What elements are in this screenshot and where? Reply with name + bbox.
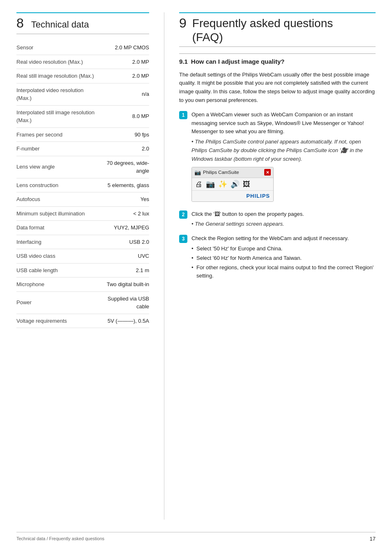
spec-value: 5V (———), 0.5A: [99, 314, 149, 328]
camsuite-tool-icon[interactable]: 🖼: [243, 180, 250, 188]
spec-label: Microphone: [16, 278, 99, 292]
spec-row: MicrophoneTwo digital built-in: [16, 278, 149, 292]
camsuite-dialog: 📷Philips CamSuite✕🖨📷✨🔊🖼PHILIPS: [191, 167, 274, 202]
step-note: • The General settings screen appears.: [191, 220, 376, 229]
footer-page-number: 17: [370, 535, 376, 543]
spec-value: UVC: [99, 249, 149, 264]
subsection-9-1-title: How can I adjust image quality?: [191, 58, 285, 65]
spec-row: Voltage requirements5V (———), 0.5A: [16, 314, 149, 328]
step-note: • The Philips CamSuite control panel app…: [191, 138, 376, 163]
spec-value: 2.0 MP CMOS: [99, 41, 149, 55]
bullet-item: Select '60 Hz' for North America and Tai…: [191, 254, 376, 262]
spec-label: Minimum subject illumination: [16, 206, 99, 221]
spec-label: Lens construction: [16, 178, 99, 192]
camsuite-tool-icon[interactable]: 📷: [206, 180, 215, 188]
spec-row: Interpolated still image resolution (Max…: [16, 105, 149, 127]
camsuite-titlebar: 📷Philips CamSuite✕: [192, 167, 273, 178]
spec-label: Frames per second: [16, 127, 99, 142]
spec-value: 90 fps: [99, 127, 149, 142]
camsuite-close-button[interactable]: ✕: [264, 169, 271, 176]
spec-value: 2.0 MP: [99, 69, 149, 83]
spec-value: 2.0 MP: [99, 55, 149, 69]
spec-value: 2.0: [99, 142, 149, 156]
spec-value: Supplied via USB cable: [99, 291, 149, 314]
section-9-number: 9: [179, 16, 187, 30]
section-8-title: Technical data: [31, 19, 89, 30]
camsuite-tool-icon[interactable]: 🔊: [231, 180, 240, 188]
step-number-badge: 2: [179, 210, 187, 219]
step-text: Check the Region setting for the WebCam …: [191, 234, 376, 243]
spec-row: Interpolated video resolution (Max.)n/a: [16, 83, 149, 105]
spec-row: Minimum subject illumination< 2 lux: [16, 206, 149, 221]
spec-value: 70 degrees, wide-angle: [99, 156, 149, 178]
spec-table: Sensor2.0 MP CMOSReal video resolution (…: [16, 41, 149, 328]
step-bullet-list: Select '50 Hz' for Europe and China.Sele…: [191, 245, 376, 280]
spec-label: Power: [16, 291, 99, 314]
camsuite-icons-row: 🖨📷✨🔊🖼: [192, 178, 273, 190]
step-text: Open a WebCam viewer such as WebCam Comp…: [191, 111, 376, 136]
spec-label: Interpolated video resolution (Max.): [16, 83, 99, 105]
spec-value: YUY2, MJPEG: [99, 221, 149, 235]
camsuite-tool-icon[interactable]: ✨: [218, 180, 227, 188]
spec-row: Data formatYUY2, MJPEG: [16, 221, 149, 235]
spec-label: F-number: [16, 142, 99, 156]
camsuite-tool-icon[interactable]: 🖨: [195, 180, 203, 188]
spec-row: InterfacingUSB 2.0: [16, 235, 149, 249]
spec-row: Frames per second90 fps: [16, 127, 149, 142]
spec-row: PowerSupplied via USB cable: [16, 291, 149, 314]
spec-label: Voltage requirements: [16, 314, 99, 328]
step-content: Check the Region setting for the WebCam …: [191, 234, 376, 283]
spec-label: Autofocus: [16, 192, 99, 207]
step-text: Click the '🖼' button to open the propert…: [191, 210, 376, 219]
footer-left-text: Technical data / Frequently asked questi…: [16, 535, 104, 542]
spec-row: AutofocusYes: [16, 192, 149, 207]
spec-label: Real video resolution (Max.): [16, 55, 99, 69]
spec-row: USB video classUVC: [16, 249, 149, 264]
spec-row: Lens view angle70 degrees, wide-angle: [16, 156, 149, 178]
bullet-item: For other regions, check your local main…: [191, 264, 376, 280]
right-column: 9 Frequently asked questions(FAQ) 9.1How…: [164, 12, 376, 520]
spec-label: USB cable length: [16, 263, 99, 278]
camsuite-philips-brand: PHILIPS: [192, 190, 273, 201]
spec-label: Real still image resolution (Max.): [16, 69, 99, 83]
camsuite-title-text: Philips CamSuite: [203, 169, 239, 176]
spec-value: < 2 lux: [99, 206, 149, 221]
spec-value: Yes: [99, 192, 149, 207]
footer: Technical data / Frequently asked questi…: [16, 532, 376, 543]
spec-value: 5 elements, glass: [99, 178, 149, 192]
spec-label: Data format: [16, 221, 99, 235]
left-column: 8 Technical data Sensor2.0 MP CMOSReal v…: [16, 12, 164, 520]
spec-value: 2.1 m: [99, 263, 149, 278]
spec-row: Sensor2.0 MP CMOS: [16, 41, 149, 55]
camsuite-camera-icon: 📷: [194, 169, 201, 177]
section-8-divider: [16, 34, 149, 34]
spec-label: Sensor: [16, 41, 99, 55]
section-9-header: 9 Frequently asked questions(FAQ): [179, 12, 376, 44]
spec-label: USB video class: [16, 249, 99, 264]
subsection-9-1-number: 9.1: [179, 58, 188, 65]
section-9-divider: [179, 46, 376, 47]
spec-value: USB 2.0: [99, 235, 149, 249]
section-8-number: 8: [16, 16, 24, 30]
spec-label: Interpolated still image resolution (Max…: [16, 105, 99, 127]
spec-label: Interfacing: [16, 235, 99, 249]
step-content: Click the '🖼' button to open the propert…: [191, 210, 376, 231]
spec-value: 8.0 MP: [99, 105, 149, 127]
faq-intro-text: The default settings of the Philips WebC…: [179, 71, 376, 105]
spec-value: Two digital built-in: [99, 278, 149, 292]
step-item: 2Click the '🖼' button to open the proper…: [179, 210, 376, 231]
section-9-title: Frequently asked questions(FAQ): [192, 16, 333, 44]
spec-value: n/a: [99, 83, 149, 105]
spec-row: Lens construction5 elements, glass: [16, 178, 149, 192]
step-item: 1Open a WebCam viewer such as WebCam Com…: [179, 111, 376, 206]
step-content: Open a WebCam viewer such as WebCam Comp…: [191, 111, 376, 206]
spec-row: Real still image resolution (Max.)2.0 MP: [16, 69, 149, 83]
spec-row: F-number2.0: [16, 142, 149, 156]
spec-label: Lens view angle: [16, 156, 99, 178]
subsection-9-1-header: 9.1How can I adjust image quality?: [179, 53, 376, 67]
step-number-badge: 1: [179, 111, 187, 119]
step-item: 3Check the Region setting for the WebCam…: [179, 234, 376, 283]
step-list: 1Open a WebCam viewer such as WebCam Com…: [179, 111, 376, 284]
section-8-header: 8 Technical data: [16, 12, 149, 30]
step-number-badge: 3: [179, 235, 187, 243]
